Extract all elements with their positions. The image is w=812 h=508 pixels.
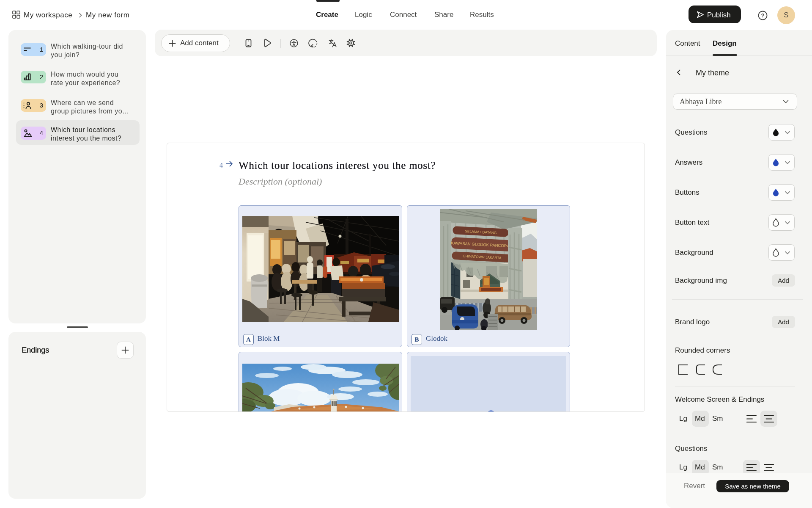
svg-text:?: ? (761, 12, 765, 19)
